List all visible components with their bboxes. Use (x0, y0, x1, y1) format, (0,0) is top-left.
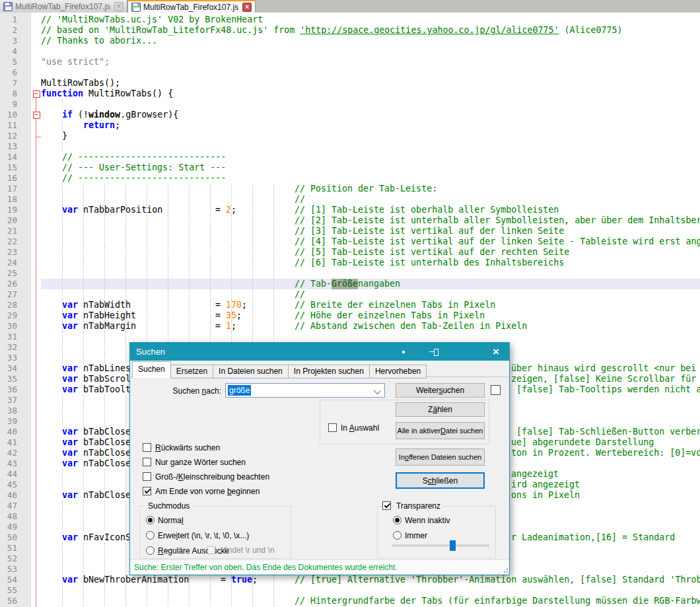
code-line-30: var nTabMargin= 1;// Abstand zwischen de… (41, 321, 700, 332)
dialog-tab-in-dateien-suchen[interactable]: In Dateien suchen (213, 365, 289, 378)
indent-guide (273, 226, 274, 236)
indent-guide (62, 575, 63, 585)
collapse-icon[interactable] (398, 343, 409, 361)
search-mode-radio-2[interactable] (146, 546, 155, 555)
dialog-tab-suchen[interactable]: Suchen (132, 361, 171, 378)
count-button[interactable]: Zählen (396, 402, 485, 417)
code-token: // 'MultiRowTabs.uc.js' V02 by BrokenHea… (41, 15, 263, 25)
in-selection-label: In Auswahl (341, 423, 379, 433)
code-token: var (62, 310, 78, 321)
indent-guide (231, 279, 232, 289)
close-icon[interactable]: × (487, 343, 505, 361)
find-what-label: Suchen nach: (157, 386, 221, 396)
indent-guide (252, 321, 253, 332)
fold-collapse-icon[interactable] (33, 112, 40, 119)
save-icon (131, 3, 141, 12)
indent-guide (147, 226, 147, 236)
indent-guide (231, 236, 232, 247)
code-token: 170 (226, 300, 242, 310)
indent-guide (125, 342, 126, 353)
indent-guide (83, 585, 84, 596)
find-all-current-button[interactable]: Alle in aktiver Datei suchen (396, 422, 485, 439)
transparency-radio-1[interactable] (393, 531, 402, 540)
line-number: 13 (0, 141, 17, 152)
code-token: // ---------------------------- (41, 152, 226, 162)
unlabeled-checkbox[interactable] (491, 385, 501, 395)
transparency-slider-thumb[interactable] (450, 540, 456, 551)
search-input[interactable]: größe (225, 383, 385, 398)
option-checkbox-3[interactable] (143, 487, 151, 495)
dialog-tab-ersetzen[interactable]: Ersetzen (170, 365, 213, 378)
indent-guide (62, 395, 63, 406)
code-token: var (62, 490, 78, 501)
indent-guide (104, 543, 105, 553)
code-token: true (231, 575, 252, 585)
indent-guide (62, 501, 63, 511)
code-token: // ---------------------------- (41, 173, 226, 184)
code-line-26: // Tab-Größenangaben (41, 279, 700, 289)
find-dialog-titlebar[interactable]: Suchen × (130, 343, 509, 361)
indent-guide (104, 247, 105, 258)
line-number: 40 (0, 427, 17, 437)
indent-guide (273, 194, 274, 205)
indent-guide (125, 553, 126, 564)
indent-guide (62, 268, 63, 279)
line-number: 33 (0, 353, 17, 363)
indent-guide (147, 585, 147, 596)
line-number: 50 (0, 532, 17, 543)
indent-guide (62, 247, 63, 258)
code-token: ; (115, 120, 120, 131)
code-line-29: var nTabHeight= 35;// Höhe der einzelnen… (41, 310, 700, 321)
indent-guide (62, 194, 63, 205)
indent-guide (125, 258, 126, 268)
chevron-down-icon[interactable] (374, 388, 380, 394)
in-selection-checkbox[interactable] (328, 423, 337, 432)
transparency-radio-0[interactable] (393, 516, 402, 524)
dialog-tab-in-projekten-suchen[interactable]: In Projekten suchen (288, 365, 370, 378)
line-number: 4 (0, 46, 17, 57)
indent-guide (62, 564, 63, 575)
option-checkbox-0[interactable] (143, 443, 151, 452)
find-next-button[interactable]: Weiter suchen (396, 383, 485, 398)
indent-guide (189, 310, 190, 321)
pin-icon[interactable] (427, 343, 440, 361)
indent-guide (273, 575, 274, 585)
code-token (41, 575, 62, 585)
indent-guide (104, 564, 105, 575)
indent-guide (147, 289, 147, 300)
indent-guide (210, 268, 211, 279)
indent-guide (62, 184, 63, 194)
line-number: 9 (0, 99, 17, 110)
find-all-open-button[interactable]: In offenen Dateien suchen (396, 448, 485, 466)
close-tab-icon[interactable]: × (114, 2, 123, 11)
indent-guide (104, 194, 105, 205)
code-token: über hinaus wird gescrollt <nur bei h (511, 363, 700, 374)
resize-grip-icon[interactable] (501, 566, 508, 573)
code-token (41, 300, 62, 310)
close-button[interactable]: Schließen (396, 472, 485, 489)
option-checkbox-1[interactable] (143, 458, 151, 466)
code-token: // [4] Tab-Leiste ist vertikal auf der l… (295, 236, 700, 247)
search-mode-radio-0[interactable] (146, 516, 155, 524)
indent-guide (273, 321, 274, 332)
indent-guide (62, 321, 63, 332)
transparency-slider[interactable] (392, 544, 489, 547)
transparency-checkbox[interactable] (382, 501, 391, 510)
indent-guide (168, 585, 168, 596)
file-tab-1[interactable]: MultiRowTab_Firefox107.js× (0, 0, 127, 13)
code-token (41, 490, 62, 501)
indent-guide (210, 300, 211, 310)
code-token: var (62, 363, 78, 374)
line-number: 39 (0, 416, 17, 427)
line-number: 31 (0, 332, 17, 342)
fold-collapse-icon[interactable] (33, 90, 40, 98)
indent-guide (231, 215, 232, 226)
indent-guide (210, 279, 211, 289)
close-tab-icon[interactable]: × (242, 3, 252, 12)
indent-guide (125, 247, 126, 258)
code-token: // Breite der einzelnen Tabs in Pixeln (295, 300, 495, 310)
dialog-tab-hervorheben[interactable]: Hervorheben (369, 365, 427, 378)
search-mode-radio-1[interactable] (146, 531, 155, 540)
file-tab-2[interactable]: MultiRowTab_Firefox107.js× (127, 0, 256, 13)
option-checkbox-2[interactable] (143, 472, 151, 481)
